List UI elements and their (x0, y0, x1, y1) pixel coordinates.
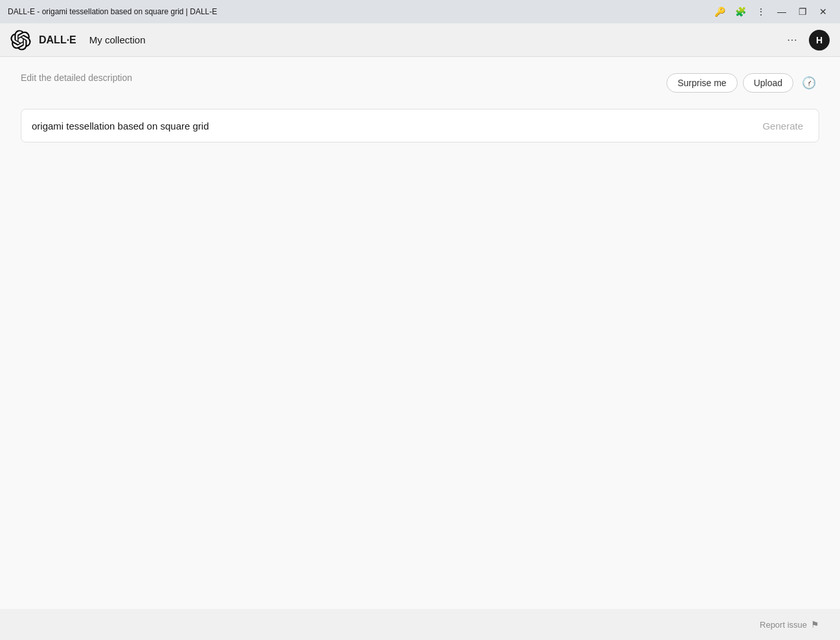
report-issue-button[interactable]: Report issue ⚑ (760, 619, 819, 630)
window-controls: 🔑 🧩 ⋮ — ❐ ✕ (710, 3, 832, 21)
main-content: Edit the detailed description Surprise m… (0, 57, 840, 609)
prompt-area: Edit the detailed description Surprise m… (21, 73, 819, 143)
more-options-button[interactable]: ⋯ (783, 31, 801, 49)
surprise-me-button[interactable]: Surprise me (666, 73, 737, 93)
app-name: DALL·E (39, 34, 76, 46)
extension-icon[interactable]: 🧩 (731, 3, 749, 21)
window-title: DALL-E - origami tessellation based on s… (8, 7, 217, 16)
close-button[interactable]: ✕ (814, 3, 832, 21)
title-bar: DALL-E - origami tessellation based on s… (0, 0, 840, 23)
footer: Report issue ⚑ (0, 609, 840, 640)
openai-logo (10, 30, 31, 51)
flag-icon: ⚑ (811, 619, 819, 630)
history-icon: 🕜 (802, 76, 816, 90)
image-grid (415, 158, 426, 163)
history-button[interactable]: 🕜 (799, 73, 819, 93)
avatar[interactable]: H (809, 30, 830, 51)
prompt-input[interactable] (32, 120, 757, 131)
prompt-row: Generate (21, 109, 819, 143)
top-bar: Edit the detailed description Surprise m… (21, 73, 819, 96)
upload-button[interactable]: Upload (743, 73, 793, 93)
minimize-button[interactable]: — (773, 3, 791, 21)
prompt-label: Edit the detailed description (21, 73, 132, 83)
generate-button[interactable]: Generate (757, 118, 808, 134)
more-options-icon[interactable]: ⋮ (752, 3, 770, 21)
browser-chrome: DALL·E My collection ⋯ H (0, 23, 840, 57)
prompt-controls: Surprise me Upload 🕜 (666, 73, 819, 93)
maximize-button[interactable]: ❐ (793, 3, 812, 21)
report-issue-label: Report issue (760, 620, 807, 630)
key-icon[interactable]: 🔑 (710, 3, 729, 21)
my-collection-link[interactable]: My collection (84, 32, 151, 48)
